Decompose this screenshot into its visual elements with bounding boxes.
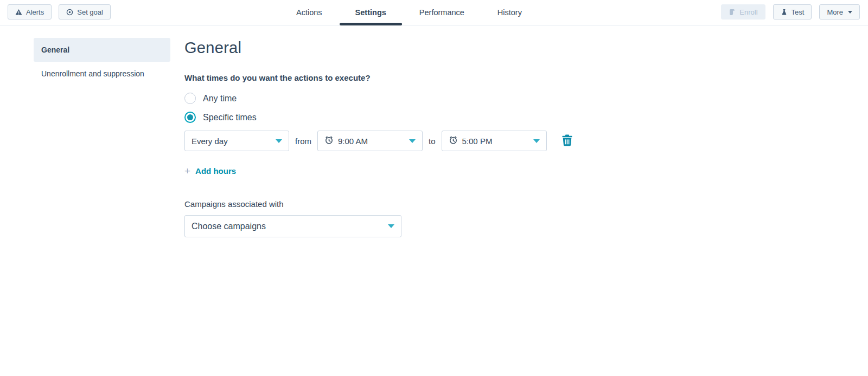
- radio-specific-times-label: Specific times: [203, 113, 257, 122]
- campaigns-associated-label: Campaigns associated with: [184, 199, 572, 209]
- plus-icon: +: [184, 166, 190, 176]
- test-flask-icon: [781, 9, 788, 16]
- test-button-label: Test: [792, 8, 805, 16]
- settings-sidebar: General Unenrollment and suppression: [34, 38, 170, 237]
- start-time-value: 9:00 AM: [338, 137, 368, 146]
- alarm-clock-icon: [449, 135, 458, 146]
- campaigns-select[interactable]: Choose campaigns: [184, 215, 401, 237]
- alarm-clock-icon: [324, 135, 334, 146]
- more-button-label: More: [827, 8, 843, 16]
- radio-option-specific-times[interactable]: Specific times: [184, 112, 257, 123]
- enroll-scroll-icon: [729, 9, 736, 16]
- alerts-button-label: Alerts: [26, 8, 44, 16]
- chevron-down-icon: [276, 139, 282, 143]
- add-hours-link[interactable]: + Add hours: [184, 166, 236, 176]
- radio-any-time-control[interactable]: [184, 93, 196, 104]
- enroll-button-label: Enroll: [739, 8, 757, 16]
- end-time-select[interactable]: 5:00 PM: [442, 131, 547, 151]
- enroll-button[interactable]: Enroll: [721, 4, 765, 20]
- day-select-value: Every day: [192, 137, 228, 146]
- sidebar-item-unenrollment-label: Unenrollment and suppression: [41, 69, 144, 78]
- chevron-down-icon: [848, 11, 852, 14]
- tab-actions-label: Actions: [296, 8, 322, 17]
- radio-option-any-time[interactable]: Any time: [184, 93, 237, 104]
- tab-performance-label: Performance: [419, 8, 464, 17]
- page-title: General: [184, 39, 572, 57]
- campaigns-select-placeholder: Choose campaigns: [192, 222, 266, 231]
- tab-performance[interactable]: Performance: [419, 0, 464, 25]
- toolbar-right-group: Enroll Test More: [721, 4, 860, 20]
- set-goal-button-label: Set goal: [77, 8, 103, 16]
- settings-main-panel: General What times do you want the actio…: [184, 38, 572, 237]
- end-time-value: 5:00 PM: [462, 137, 493, 146]
- tab-history-label: History: [497, 8, 522, 17]
- from-label: from: [295, 137, 311, 146]
- tab-settings-label: Settings: [355, 8, 386, 17]
- alerts-button[interactable]: Alerts: [8, 4, 52, 20]
- tab-settings[interactable]: Settings: [355, 0, 386, 25]
- chevron-down-icon: [533, 139, 540, 143]
- trash-icon: [562, 134, 572, 148]
- test-button[interactable]: Test: [773, 4, 812, 20]
- target-icon: [66, 9, 73, 16]
- settings-layout: General Unenrollment and suppression Gen…: [0, 25, 868, 237]
- start-time-select[interactable]: 9:00 AM: [317, 131, 423, 151]
- tab-actions[interactable]: Actions: [296, 0, 322, 25]
- toolbar-left-group: Alerts Set goal: [8, 4, 111, 20]
- sidebar-item-general[interactable]: General: [34, 38, 170, 62]
- radio-specific-times-control[interactable]: [184, 112, 196, 123]
- radio-any-time-label: Any time: [203, 94, 237, 103]
- day-select[interactable]: Every day: [184, 131, 289, 151]
- tab-history[interactable]: History: [497, 0, 522, 25]
- set-goal-button[interactable]: Set goal: [59, 4, 111, 20]
- sidebar-item-unenrollment[interactable]: Unenrollment and suppression: [34, 62, 170, 86]
- top-toolbar: Alerts Set goal Actions Settings Perform…: [0, 0, 868, 25]
- delete-hours-button[interactable]: [562, 134, 572, 148]
- to-label: to: [429, 137, 436, 146]
- more-button[interactable]: More: [819, 4, 860, 20]
- execute-times-question: What times do you want the actions to ex…: [184, 73, 572, 82]
- schedule-row: Every day from 9:00 AM to 5:00 PM: [184, 131, 572, 151]
- workflow-tabs: Actions Settings Performance History: [296, 0, 522, 25]
- chevron-down-icon: [388, 224, 394, 228]
- alert-triangle-icon: [15, 9, 22, 16]
- chevron-down-icon: [409, 139, 416, 143]
- sidebar-item-general-label: General: [41, 46, 69, 54]
- add-hours-label: Add hours: [195, 166, 236, 176]
